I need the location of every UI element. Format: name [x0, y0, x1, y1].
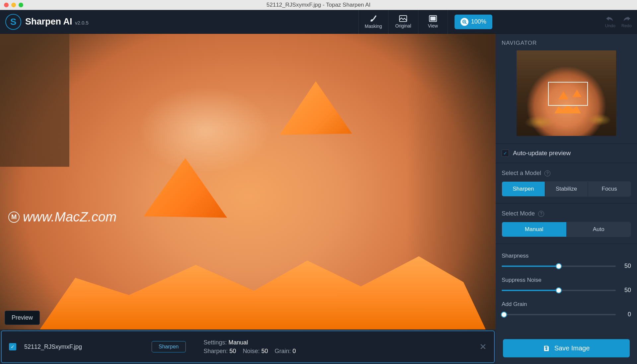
- zoom-in-icon: [460, 18, 468, 26]
- file-checkbox[interactable]: ✓: [9, 343, 16, 350]
- navigator-section: NAVIGATOR: [496, 34, 637, 144]
- sharpness-value: 50: [622, 263, 631, 270]
- file-strip[interactable]: ✓ 52112_RJSxymxF.jpg Sharpen Settings: M…: [1, 331, 495, 363]
- add-grain-label: Add Grain: [502, 301, 631, 308]
- mode-manual-button[interactable]: Manual: [502, 222, 566, 237]
- noise-value: 50: [261, 348, 268, 354]
- redo-button[interactable]: Redo: [621, 15, 632, 28]
- svg-rect-2: [430, 17, 436, 21]
- sharpen-value: 50: [230, 348, 236, 354]
- select-mode-label: Select Mode: [502, 210, 535, 217]
- redo-label: Redo: [621, 23, 632, 28]
- app-brand: S Sharpen AI v2.0.5: [5, 14, 89, 30]
- mac-titlebar: 52112_RJSxymxF.jpg - Topaz Sharpen AI: [0, 0, 637, 10]
- model-stabilize-button[interactable]: Stabilize: [545, 182, 588, 196]
- undo-button[interactable]: Undo: [605, 15, 615, 28]
- masking-button[interactable]: Masking: [358, 10, 388, 34]
- auto-update-label: Auto-update preview: [513, 150, 571, 157]
- right-sidebar: NAVIGATOR ✓ Auto-update preview Select a…: [496, 34, 637, 364]
- app-name: Sharpen AI: [25, 17, 72, 27]
- undo-icon: [605, 15, 615, 23]
- undo-label: Undo: [605, 23, 615, 28]
- save-image-label: Save Image: [554, 344, 590, 352]
- redo-icon: [622, 15, 631, 23]
- navigator-thumbnail[interactable]: [517, 50, 616, 136]
- close-window-icon[interactable]: [4, 3, 9, 7]
- select-model-section: Select a Model ? Sharpen Stabilize Focus: [496, 163, 637, 204]
- app-toolbar: S Sharpen AI v2.0.5 Masking Original Vie…: [0, 10, 637, 34]
- settings-mode-value: Manual: [229, 339, 248, 346]
- watermark-badge-icon: M: [8, 212, 20, 223]
- watermark: M www.MacZ.com: [8, 210, 116, 224]
- watermark-text: www.MacZ.com: [23, 210, 116, 224]
- brush-icon: [369, 15, 377, 22]
- suppress-noise-slider[interactable]: [502, 290, 616, 291]
- preview-button[interactable]: Preview: [5, 311, 40, 325]
- save-icon: [543, 345, 550, 352]
- svg-line-4: [465, 23, 466, 24]
- sharpness-label: Sharpness: [502, 253, 631, 259]
- file-model-badge: Sharpen: [152, 341, 186, 352]
- grain-label: Grain:: [275, 348, 291, 354]
- app-version: v2.0.5: [75, 20, 89, 26]
- zoom-button[interactable]: 100%: [455, 15, 492, 29]
- sharpen-label: Sharpen:: [204, 348, 228, 354]
- model-sharpen-button[interactable]: Sharpen: [502, 182, 545, 196]
- navigator-viewport[interactable]: [548, 82, 588, 106]
- suppress-noise-slider-block: Suppress Noise 50: [502, 275, 631, 300]
- help-icon[interactable]: ?: [538, 211, 544, 217]
- model-focus-button[interactable]: Focus: [588, 182, 631, 196]
- grain-value: 0: [293, 348, 296, 354]
- masking-label: Masking: [365, 24, 382, 29]
- sharpness-slider-block: Sharpness 50: [502, 251, 631, 275]
- suppress-noise-label: Suppress Noise: [502, 277, 631, 283]
- view-icon: [429, 15, 437, 22]
- auto-update-row: ✓ Auto-update preview: [496, 144, 637, 163]
- view-label: View: [428, 23, 438, 29]
- original-label: Original: [395, 23, 411, 29]
- add-grain-slider[interactable]: [502, 314, 616, 315]
- view-button[interactable]: View: [418, 10, 448, 34]
- auto-update-checkbox[interactable]: ✓: [502, 150, 509, 157]
- select-model-label: Select a Model: [502, 170, 541, 177]
- add-grain-slider-block: Add Grain 0: [502, 300, 631, 324]
- file-close-button[interactable]: ✕: [479, 342, 487, 352]
- select-mode-section: Select Mode ? Manual Auto: [496, 204, 637, 244]
- zoom-level: 100%: [471, 18, 486, 25]
- file-name: 52112_RJSxymxF.jpg: [24, 343, 144, 350]
- image-preview[interactable]: M www.MacZ.com Preview: [0, 34, 496, 330]
- help-icon[interactable]: ?: [544, 170, 550, 176]
- window-title: 52112_RJSxymxF.jpg - Topaz Sharpen AI: [266, 2, 370, 8]
- file-settings: Settings: Manual Sharpen: 50 Noise: 50 G…: [204, 338, 296, 355]
- sliders-section: Sharpness 50 Suppress Noise 50: [496, 244, 637, 334]
- mode-auto-button[interactable]: Auto: [566, 222, 631, 237]
- add-grain-value: 0: [622, 311, 631, 318]
- image-icon: [399, 15, 407, 22]
- model-segmented: Sharpen Stabilize Focus: [502, 181, 631, 197]
- navigator-title: NAVIGATOR: [502, 40, 631, 46]
- settings-label: Settings:: [204, 339, 227, 346]
- sharpness-slider[interactable]: [502, 266, 616, 267]
- suppress-noise-value: 50: [622, 287, 631, 294]
- minimize-window-icon[interactable]: [11, 3, 16, 7]
- noise-label: Noise:: [243, 348, 260, 354]
- mode-segmented: Manual Auto: [502, 222, 631, 237]
- save-image-button[interactable]: Save Image: [503, 339, 630, 357]
- canvas-area: M www.MacZ.com Preview ✓ 52112_RJSxymxF.…: [0, 34, 496, 364]
- original-button[interactable]: Original: [388, 10, 418, 34]
- app-logo-icon: S: [5, 14, 21, 30]
- maximize-window-icon[interactable]: [19, 3, 23, 7]
